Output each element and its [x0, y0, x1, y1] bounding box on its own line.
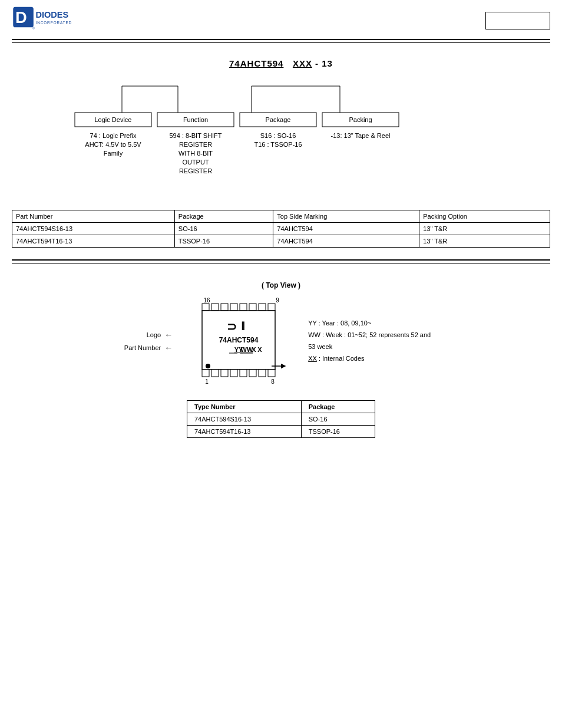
- pn-table-section: Part Number Package Top Side Marking Pac…: [0, 210, 562, 248]
- table-cell: 74AHCT594: [273, 223, 419, 235]
- svg-rect-34: [221, 304, 228, 311]
- marking-top-view-label: ( Top View ): [24, 281, 538, 289]
- svg-rect-54: [221, 370, 228, 377]
- marking-logo-label: Logo ←: [147, 330, 173, 340]
- marking-right-notes: YY : Year : 08, 09,10~ WW : Week : 01~52…: [308, 318, 438, 364]
- pn-title-underline2: XXX: [293, 58, 312, 68]
- table-cell: 74AHCT594: [273, 235, 419, 248]
- marking-table-header-0: Type Number: [187, 401, 302, 413]
- marking-table-cell: TSSOP-16: [301, 426, 375, 438]
- pn-table-header-1: Package: [174, 210, 273, 223]
- svg-text:-13: 13" Tape & Reel: -13: 13" Tape & Reel: [331, 132, 391, 139]
- svg-rect-53: [211, 370, 219, 377]
- header: D DIODES INCORPORATED ®: [0, 0, 562, 39]
- svg-text:1: 1: [205, 378, 209, 385]
- table-cell: SO-16: [174, 223, 273, 235]
- svg-rect-36: [240, 304, 247, 311]
- pn-table-header-3: Packing Option: [419, 210, 550, 223]
- svg-text:INCORPORATED: INCORPORATED: [35, 21, 72, 25]
- table-cell: 13" T&R: [419, 235, 550, 248]
- svg-rect-52: [202, 370, 209, 377]
- svg-text:8: 8: [271, 378, 275, 385]
- company-logo: D DIODES INCORPORATED ®: [12, 6, 77, 35]
- svg-text:T16 : TSSOP-16: T16 : TSSOP-16: [254, 141, 302, 148]
- svg-text:S16 : SO-16: S16 : SO-16: [260, 132, 296, 139]
- pn-diagram-svg: Logic Device Function Package Packing 74…: [28, 80, 534, 204]
- marking-table-cell: 74AHCT594T16-13: [187, 426, 302, 438]
- svg-text:Package: Package: [266, 116, 291, 123]
- marking-table-wrapper: Type Number Package 74AHCT594S16-13 SO-1…: [24, 400, 538, 438]
- table-cell: 74AHCT594S16-13: [12, 223, 175, 235]
- header-box: [485, 12, 550, 29]
- svg-rect-56: [240, 370, 247, 377]
- svg-text:Logic Device: Logic Device: [95, 116, 132, 123]
- svg-text:DIODES: DIODES: [35, 10, 68, 19]
- marking-partnum-text: Part Number: [124, 344, 161, 351]
- marking-logo-text: Logo: [147, 331, 161, 338]
- svg-rect-55: [230, 370, 237, 377]
- svg-rect-57: [249, 370, 256, 377]
- part-number-section: 74AHCT594 XXX - 13 Logic Device Function…: [0, 52, 562, 210]
- pn-title-underline1: 74AHCT594: [229, 58, 283, 68]
- svg-text:OUTPUT: OUTPUT: [182, 159, 209, 166]
- svg-rect-39: [268, 304, 275, 311]
- marking-table-cell: 74AHCT594S16-13: [187, 413, 302, 426]
- svg-rect-35: [230, 304, 237, 311]
- marking-table-row: 74AHCT594T16-13 TSSOP-16: [187, 426, 375, 438]
- ic-package-svg: 16 9 ⊃ ‖ 74AHCT594 YY WW X X: [196, 294, 290, 388]
- marking-xx-underline: XX: [308, 355, 317, 362]
- svg-text:REGISTER: REGISTER: [179, 167, 212, 174]
- svg-text:9: 9: [276, 297, 279, 304]
- table-cell: TSSOP-16: [174, 235, 273, 248]
- pn-table-header-0: Part Number: [12, 210, 175, 223]
- table-row: 74AHCT594T16-13 TSSOP-16 74AHCT594 13" T…: [12, 235, 550, 248]
- marking-table: Type Number Package 74AHCT594S16-13 SO-1…: [187, 400, 375, 438]
- svg-rect-59: [268, 370, 275, 377]
- svg-rect-58: [259, 370, 266, 377]
- table-cell: 74AHCT594T16-13: [12, 235, 175, 248]
- svg-text:594 : 8-BIT SHIFT: 594 : 8-BIT SHIFT: [169, 132, 222, 139]
- svg-text:REGISTER: REGISTER: [179, 141, 212, 148]
- pn-table: Part Number Package Top Side Marking Pac…: [12, 210, 550, 248]
- marking-diagram-wrapper: Logo ← Part Number ← 16 9: [24, 294, 538, 388]
- marking-section: ( Top View ) Logo ← Part Number ← 16 9: [0, 275, 562, 444]
- svg-rect-37: [249, 304, 256, 311]
- svg-rect-32: [202, 304, 209, 311]
- header-rule: [12, 39, 550, 40]
- svg-text:AHCT: 4.5V to 5.5V: AHCT: 4.5V to 5.5V: [85, 141, 141, 148]
- section-rule-top: [12, 259, 550, 261]
- marking-table-row: 74AHCT594S16-13 SO-16: [187, 413, 375, 426]
- table-row: 74AHCT594S16-13 SO-16 74AHCT594 13" T&R: [12, 223, 550, 235]
- pn-title-suffix: - 13: [315, 58, 333, 68]
- marking-table-cell: SO-16: [301, 413, 375, 426]
- svg-point-50: [206, 364, 210, 368]
- pn-table-header-2: Top Side Marking: [273, 210, 419, 223]
- svg-text:Packing: Packing: [349, 116, 372, 123]
- svg-rect-33: [211, 304, 219, 311]
- marking-note-2: XX : Internal Codes: [308, 353, 438, 365]
- marking-logo-arrow: ←: [164, 330, 173, 340]
- svg-text:Family: Family: [104, 150, 123, 157]
- table-cell: 13" T&R: [419, 223, 550, 235]
- svg-text:X: X: [252, 346, 257, 353]
- svg-text:16: 16: [204, 297, 211, 304]
- marking-xx-text: : Internal Codes: [319, 355, 365, 362]
- svg-text:‖: ‖: [241, 321, 245, 330]
- marking-table-header-1: Package: [301, 401, 375, 413]
- pn-title: 74AHCT594 XXX - 13: [24, 58, 538, 68]
- marking-left-labels: Logo ← Part Number ←: [124, 330, 173, 353]
- svg-rect-38: [259, 304, 266, 311]
- svg-text:⊃: ⊃: [227, 320, 237, 333]
- marking-partnum-arrow: ←: [164, 343, 173, 353]
- svg-text:®: ®: [32, 27, 35, 30]
- logo-area: D DIODES INCORPORATED ®: [12, 6, 77, 35]
- svg-text:74AHCT594: 74AHCT594: [219, 336, 259, 344]
- svg-text:D: D: [15, 8, 27, 27]
- section-rule-bottom: [12, 263, 550, 263]
- header-rule2: [12, 42, 550, 43]
- marking-note-0: YY : Year : 08, 09,10~: [308, 318, 438, 330]
- svg-text:WITH 8-BIT: WITH 8-BIT: [178, 150, 213, 157]
- svg-text:X: X: [258, 346, 263, 353]
- svg-text:74 : Logic Prefix: 74 : Logic Prefix: [90, 132, 137, 139]
- svg-text:Function: Function: [183, 116, 208, 123]
